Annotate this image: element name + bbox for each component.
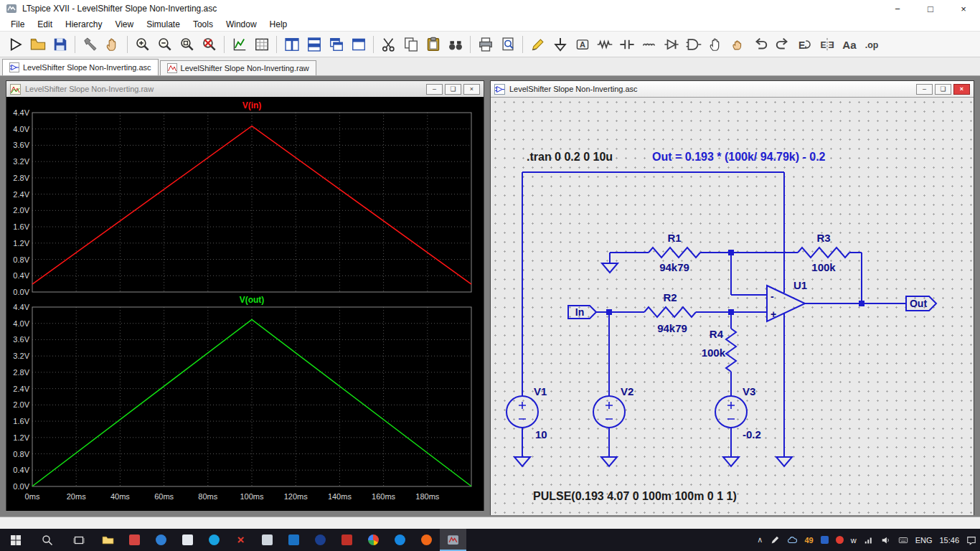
toolbar-tile-vertical-button[interactable] xyxy=(281,34,303,55)
toolbar-redo-button[interactable] xyxy=(771,34,793,55)
toolbar-pan-button[interactable] xyxy=(101,34,123,55)
volume-icon[interactable] xyxy=(877,535,895,545)
r2-value-label[interactable]: 94k79 xyxy=(657,322,687,334)
y-tick-label[interactable]: 0.8V xyxy=(13,450,29,458)
y-tick-label[interactable]: 0.4V xyxy=(13,271,29,280)
touch-keyboard-icon[interactable] xyxy=(895,535,912,545)
v1-value-label[interactable]: 10 xyxy=(535,428,547,441)
toolbar-inductor-button[interactable] xyxy=(638,34,660,55)
toolbar-capacitor-button[interactable] xyxy=(616,34,638,55)
taskbar-app-x[interactable]: × xyxy=(227,529,254,551)
toolbar-print-button[interactable] xyxy=(474,34,496,55)
child-maximize-button[interactable]: ❏ xyxy=(935,84,951,95)
trace-name-V(out)[interactable]: V(out) xyxy=(240,295,265,305)
toolbar-spice-directive-button[interactable]: .op xyxy=(860,34,882,55)
child-minimize-button[interactable]: – xyxy=(916,84,933,95)
y-tick-label[interactable]: 3.2V xyxy=(13,352,29,360)
action-center-icon[interactable] xyxy=(963,535,980,545)
resistor-R1[interactable] xyxy=(649,248,700,258)
x-tick-label[interactable]: 20ms xyxy=(67,492,86,501)
taskbar-globe[interactable] xyxy=(307,529,334,551)
voltage-source-V1[interactable] xyxy=(507,396,538,428)
v2-name-label[interactable]: V2 xyxy=(621,385,633,397)
menu-edit[interactable]: Edit xyxy=(31,18,59,31)
taskbar-ltspice[interactable] xyxy=(440,529,466,551)
toolbar-paste-button[interactable] xyxy=(422,34,444,55)
menu-window[interactable]: Window xyxy=(220,18,263,31)
toolbar-control-panel-button[interactable] xyxy=(79,34,101,55)
x-tick-label[interactable]: 40ms xyxy=(110,492,130,501)
schematic-canvas[interactable]: - + In xyxy=(491,97,974,515)
y-tick-label[interactable]: 2.0V xyxy=(13,400,29,409)
toolbar-find-button[interactable] xyxy=(444,34,466,55)
y-tick-label[interactable]: 3.6V xyxy=(13,141,29,149)
y-tick-label[interactable]: 4.0V xyxy=(13,319,29,328)
r3-name-label[interactable]: R3 xyxy=(816,232,830,244)
y-tick-label[interactable]: 2.4V xyxy=(13,190,29,199)
x-tick-label[interactable]: 180ms xyxy=(415,492,440,501)
x-tick-label[interactable]: 80ms xyxy=(198,492,217,501)
child-close-button[interactable]: × xyxy=(463,84,480,95)
waveform-window-titlebar[interactable]: LevelShifter Slope Non-Inverting.raw – ❏… xyxy=(6,81,484,97)
comment-text[interactable]: Out = 0.193 * (100k/ 94.79k) - 0.2 xyxy=(652,151,826,163)
v3-value-label[interactable]: -0.2 xyxy=(743,428,761,441)
r2-name-label[interactable]: R2 xyxy=(663,291,677,303)
toolbar-zoom-full-button[interactable] xyxy=(176,34,198,55)
r1-name-label[interactable]: R1 xyxy=(667,232,681,244)
y-tick-label[interactable]: 4.0V xyxy=(13,125,29,133)
r1-value-label[interactable]: 94k79 xyxy=(659,261,689,273)
plot-area[interactable]: V(in)0.0V0.4V0.8V1.2V1.6V2.0V2.4V2.8V3.2… xyxy=(6,97,484,511)
taskbar-notepad[interactable] xyxy=(174,529,201,551)
toolbar-diode-button[interactable] xyxy=(660,34,682,55)
v3-name-label[interactable]: V3 xyxy=(743,385,755,397)
x-tick-label[interactable]: 60ms xyxy=(154,492,174,501)
r3-value-label[interactable]: 100k xyxy=(811,261,836,273)
menu-tools[interactable]: Tools xyxy=(187,18,220,31)
task-view-button[interactable] xyxy=(63,529,95,551)
language-indicator[interactable]: ENG xyxy=(912,536,936,545)
y-tick-label[interactable]: 3.6V xyxy=(13,335,29,344)
r4-name-label[interactable]: R4 xyxy=(710,328,724,340)
minimize-button[interactable]: − xyxy=(881,0,914,17)
toolbar-move-button[interactable] xyxy=(705,34,727,55)
child-maximize-button[interactable]: ❏ xyxy=(445,84,461,95)
u1-name-label[interactable]: U1 xyxy=(793,279,807,291)
tab-waveform[interactable]: LevelShifter Slope Non-Inverting.raw xyxy=(160,60,316,75)
toolbar-cascade-button[interactable] xyxy=(325,34,347,55)
y-tick-label[interactable]: 2.8V xyxy=(13,174,29,182)
toolbar-rotate-button[interactable]: E xyxy=(793,34,816,55)
resistor-R4[interactable] xyxy=(726,329,736,372)
toolbar-autorange-button[interactable] xyxy=(228,34,250,55)
maximize-button[interactable]: □ xyxy=(914,0,947,17)
toolbar-undo-button[interactable] xyxy=(749,34,771,55)
taskbar-file-explorer[interactable] xyxy=(95,529,121,551)
y-tick-label[interactable]: 0.8V xyxy=(13,255,29,264)
tray-app-red-icon[interactable] xyxy=(832,536,847,544)
menu-simulate[interactable]: Simulate xyxy=(140,18,187,31)
toolbar-component-button[interactable] xyxy=(682,34,705,55)
start-button[interactable] xyxy=(0,529,32,551)
y-tick-label[interactable]: 4.4V xyxy=(13,108,29,117)
toolbar-plot-panes-button[interactable] xyxy=(250,34,273,55)
x-tick-label[interactable]: 140ms xyxy=(328,492,352,501)
taskbar-app-red[interactable] xyxy=(121,529,148,551)
toolbar-run-button[interactable] xyxy=(4,34,27,55)
toolbar-open-button[interactable] xyxy=(27,34,49,55)
y-tick-label[interactable]: 1.6V xyxy=(13,417,29,425)
toolbar-label-button[interactable]: A xyxy=(571,34,593,55)
out-port[interactable]: Out xyxy=(906,296,936,311)
toolbar-mirror-button[interactable]: EE xyxy=(816,34,838,55)
search-button[interactable] xyxy=(32,529,63,551)
taskbar-books[interactable] xyxy=(334,529,360,551)
onedrive-icon[interactable] xyxy=(783,535,801,545)
taskbar-calculator[interactable] xyxy=(254,529,281,551)
toolbar-activate-window-button[interactable] xyxy=(347,34,369,55)
x-tick-label[interactable]: 120ms xyxy=(284,492,308,501)
toolbar-ground-button[interactable] xyxy=(549,34,571,55)
toolbar-drag-button[interactable] xyxy=(727,34,749,55)
toolbar-save-button[interactable] xyxy=(49,34,71,55)
y-tick-label[interactable]: 1.6V xyxy=(13,222,29,231)
child-close-button[interactable]: × xyxy=(953,84,970,95)
w-tray-icon[interactable]: w xyxy=(847,536,860,545)
taskbar-vscode[interactable] xyxy=(281,529,307,551)
